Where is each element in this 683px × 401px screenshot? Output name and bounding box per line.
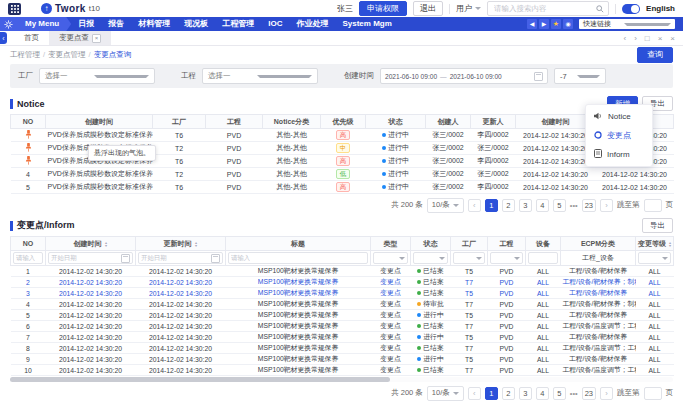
prev-page-button[interactable]: ‹ xyxy=(468,387,481,400)
menubar-item-2[interactable]: 报告 xyxy=(101,17,131,31)
prev-page-button[interactable]: ‹ xyxy=(468,199,481,212)
next-page-button[interactable]: › xyxy=(600,387,613,400)
table-row[interactable]: 92014-12-02 14:30:202014-12-02 14:30:20M… xyxy=(11,354,674,365)
table-row[interactable]: 82014-12-02 14:30:202014-12-02 14:30:20M… xyxy=(11,343,674,354)
search-icon[interactable] xyxy=(596,5,604,13)
table-row[interactable]: 72014-12-02 14:30:202014-12-02 14:30:20M… xyxy=(11,332,674,343)
filter-input[interactable]: 开始日期 xyxy=(48,252,133,264)
menu-item-Notice[interactable]: Notice xyxy=(586,107,652,126)
breadcrumb-item[interactable]: 工程管理 xyxy=(10,50,40,60)
language-toggle[interactable] xyxy=(622,4,640,14)
table-cell: ALL xyxy=(526,310,561,321)
filter-input[interactable]: 开始日期 xyxy=(138,252,223,264)
menubar-item-3[interactable]: 材料管理 xyxy=(131,17,177,31)
table-cell: ALL xyxy=(636,310,674,321)
table-row[interactable]: 12014-12-02 14:30:202014-12-02 14:30:20M… xyxy=(11,266,674,277)
page-button[interactable]: 23 xyxy=(582,387,596,400)
table-cell: 工程/设备/靶材保养；制程/设备/RECIPE xyxy=(561,299,636,310)
page-button[interactable]: 1 xyxy=(485,387,498,400)
menu-item-变更点[interactable]: 变更点 xyxy=(586,126,652,145)
page-size-select[interactable]: 10/条 xyxy=(427,198,464,213)
favorite-star-icon[interactable]: ★ xyxy=(551,19,561,29)
breadcrumb-item[interactable]: 变更点管理 xyxy=(48,50,86,60)
nav-forward-icon[interactable]: ▶ xyxy=(539,19,549,29)
factory-select[interactable]: 选择一 xyxy=(39,68,155,84)
table-row[interactable]: PVD保养后成膜秒数设定标准保养后成膜秒...T6PVD其他-其他高进行中张三/… xyxy=(11,129,674,142)
table-row[interactable]: 32014-12-02 14:30:202014-12-02 14:30:20M… xyxy=(11,288,674,299)
table-row[interactable]: 5PVD保养后成膜秒数设定标准保养后成膜秒...T6PVD其他-其他高进行中张三… xyxy=(11,181,674,194)
sort-icon[interactable]: ▲▼ xyxy=(194,241,198,247)
filter-input[interactable]: 请输入 xyxy=(13,252,43,264)
table-cell: 2014-12-02 14:30:20 xyxy=(516,181,596,194)
filter-select[interactable] xyxy=(413,252,448,264)
close-icon[interactable]: × xyxy=(658,34,663,43)
tabs-scroll-left-icon[interactable]: ‹ xyxy=(623,34,626,43)
page-button[interactable]: 4 xyxy=(536,199,549,212)
page-button[interactable]: 2 xyxy=(502,199,515,212)
page-button[interactable]: 3 xyxy=(519,199,532,212)
menubar-item-6[interactable]: IOC xyxy=(261,17,289,31)
close-all-icon[interactable]: × xyxy=(670,34,675,43)
tab-home[interactable]: 首页 xyxy=(14,31,49,45)
page-button[interactable]: 5 xyxy=(553,387,566,400)
table-row[interactable]: 42014-12-02 14:30:202014-12-02 14:30:20M… xyxy=(11,299,674,310)
inform-export-button[interactable]: 导出 xyxy=(642,218,673,233)
menubar-item-my-menu[interactable]: My Menu xyxy=(16,17,71,31)
page-button[interactable]: 2 xyxy=(502,387,515,400)
jump-page-input[interactable] xyxy=(644,387,662,400)
tabs-scroll-right-icon[interactable]: › xyxy=(634,34,637,43)
table-row[interactable]: 102014-12-02 14:30:202014-12-02 14:30:20… xyxy=(11,365,674,376)
menu-item-Inform[interactable]: Inform xyxy=(586,145,652,164)
menubar-item-5[interactable]: 工程管理 xyxy=(215,17,261,31)
menubar-item-8[interactable]: System Mgm xyxy=(335,17,398,31)
tab-change-point-query[interactable]: 变更点查 × xyxy=(49,31,111,45)
table-row[interactable]: 62014-12-02 14:30:202014-12-02 14:30:20M… xyxy=(11,321,674,332)
column-header[interactable]: 更新时间▲▼ xyxy=(136,237,226,251)
apply-permission-button[interactable]: 申请权限 xyxy=(359,1,407,16)
app-grid-icon[interactable] xyxy=(8,3,21,15)
maximize-icon[interactable]: □ xyxy=(645,34,650,43)
filter-select[interactable] xyxy=(373,252,408,264)
menubar-item-1[interactable]: 日报 xyxy=(71,17,101,31)
column-header[interactable]: 创建时间▲▼ xyxy=(46,237,136,251)
filter-input[interactable] xyxy=(528,252,558,264)
sort-icon[interactable]: ▲▼ xyxy=(668,241,672,247)
sidebar-expand-handle[interactable]: ‹ xyxy=(0,32,7,44)
table-cell: PVD xyxy=(488,310,526,321)
horizontal-scrollbar[interactable] xyxy=(10,377,673,382)
filter-input[interactable]: 请输入 xyxy=(228,252,368,264)
page-button[interactable]: 23 xyxy=(582,199,596,212)
jump-page-input[interactable] xyxy=(644,199,662,212)
search-input[interactable] xyxy=(492,3,594,14)
page-button[interactable]: 4 xyxy=(536,387,549,400)
query-button[interactable]: 查询 xyxy=(637,47,673,63)
table-row[interactable]: 4PVD保养后成膜秒数设定标准保养后成膜秒...T2PVD其他-其他低进行中张三… xyxy=(11,168,674,181)
column-header[interactable]: 变更等级▲▼ xyxy=(636,237,674,251)
nav-back-icon[interactable]: ◀ xyxy=(527,19,537,29)
filter-select[interactable] xyxy=(638,252,671,264)
target-circle-icon[interactable]: ◉ xyxy=(563,19,573,29)
tab-close-icon[interactable]: × xyxy=(92,34,101,43)
user-scope-dropdown[interactable]: 用户 xyxy=(456,3,481,14)
page-button[interactable]: 1 xyxy=(485,199,498,212)
menubar-item-7[interactable]: 作业处理 xyxy=(289,17,335,31)
filter-select[interactable] xyxy=(453,252,485,264)
next-page-button[interactable]: › xyxy=(600,199,613,212)
status-dot xyxy=(417,280,421,284)
date-range-input[interactable]: 2021-06-10 09:00—2021-06-10 09:00 xyxy=(380,68,548,84)
table-row[interactable]: 22014-12-02 14:30:202014-12-02 14:30:20M… xyxy=(11,277,674,288)
page-button[interactable]: 3 xyxy=(519,387,532,400)
page-size-select[interactable]: 10/条 xyxy=(427,386,464,401)
sort-icon[interactable]: ▲▼ xyxy=(104,241,108,247)
process-select[interactable]: 选择一 xyxy=(202,68,318,84)
page-button[interactable]: 5 xyxy=(553,199,566,212)
filter-value[interactable]: 工程_设备 xyxy=(582,254,614,261)
settings-gear-icon[interactable] xyxy=(0,17,16,31)
quick-link-dropdown[interactable]: 快速链接 xyxy=(579,19,675,29)
logout-button[interactable]: 退出 xyxy=(413,1,443,16)
menubar-item-4[interactable]: 现况板 xyxy=(177,17,215,31)
filter-select[interactable] xyxy=(490,252,523,264)
range-preset-select[interactable]: -7 xyxy=(554,68,606,84)
table-row[interactable]: 52014-12-02 14:30:202014-12-02 14:30:20M… xyxy=(11,310,674,321)
scrollbar-thumb[interactable] xyxy=(10,377,390,382)
